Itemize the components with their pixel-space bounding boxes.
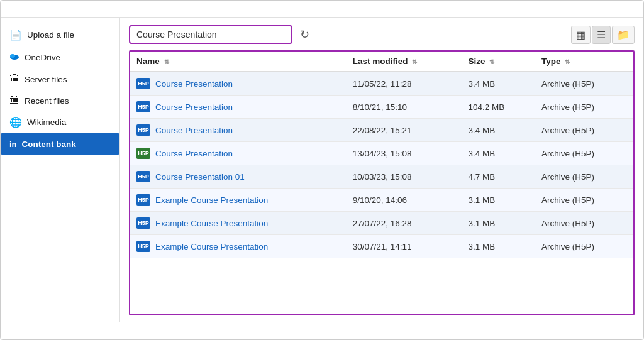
file-modified: 11/05/22, 11:28 <box>347 72 462 96</box>
file-size: 3.1 MB <box>462 235 535 258</box>
sort-size-icon: ⇅ <box>489 58 494 65</box>
file-name-text: Example Course Presentation <box>155 219 268 228</box>
file-name-cell: H5PCourse Presentation 01 <box>130 165 347 189</box>
sort-name-icon: ⇅ <box>164 58 169 65</box>
file-name-text: Example Course Presentation <box>155 195 268 205</box>
sidebar-item-server-files[interactable]: 🏛Server files <box>1 69 119 90</box>
sidebar-item-upload[interactable]: 📄Upload a file <box>1 24 119 46</box>
file-type: Archive (H5P) <box>535 189 633 212</box>
sidebar-item-label-recent-files: Recent files <box>25 96 69 106</box>
main-content: ↻ ▦ ☰ 📁 Name ⇅ Last modified ⇅ Size ⇅ Ty <box>120 18 643 322</box>
col-type: Type ⇅ <box>535 52 633 72</box>
table-header-row: Name ⇅ Last modified ⇅ Size ⇅ Type ⇅ <box>130 52 633 72</box>
file-name-link[interactable]: H5PCourse Presentation <box>136 100 340 114</box>
sidebar-item-label-wikimedia: Wikimedia <box>27 118 66 127</box>
file-name-text: Course Presentation <box>155 79 233 89</box>
file-name-link[interactable]: H5PExample Course Presentation <box>136 239 340 253</box>
table-row[interactable]: H5PCourse Presentation22/08/22, 15:213.4… <box>130 119 633 142</box>
file-name-cell: H5PCourse Presentation <box>130 72 347 96</box>
file-type: Archive (H5P) <box>535 165 633 189</box>
view-grid-button[interactable]: ▦ <box>571 26 591 44</box>
search-input[interactable] <box>129 25 292 44</box>
file-size: 3.4 MB <box>462 72 535 96</box>
table-row[interactable]: H5PCourse Presentation8/10/21, 15:10104.… <box>130 96 633 119</box>
refresh-button[interactable]: ↻ <box>297 25 312 44</box>
file-size: 3.1 MB <box>462 212 535 235</box>
table-row[interactable]: H5PCourse Presentation13/04/23, 15:083.4… <box>130 142 633 165</box>
file-table-wrapper: Name ⇅ Last modified ⇅ Size ⇅ Type ⇅ H5P… <box>129 50 635 315</box>
file-type-icon: H5P <box>136 100 150 114</box>
file-name-text: Example Course Presentation <box>155 242 268 251</box>
wikimedia-icon: 🌐 <box>9 116 22 128</box>
file-name-cell: H5PExample Course Presentation <box>130 189 347 212</box>
col-name: Name ⇅ <box>130 52 347 72</box>
recent-files-icon: 🏛 <box>9 95 19 106</box>
sidebar-item-onedrive[interactable]: OneDrive <box>1 46 119 69</box>
upload-icon: 📄 <box>9 29 22 41</box>
file-name-link[interactable]: H5PCourse Presentation <box>136 146 340 160</box>
file-name-link[interactable]: H5PCourse Presentation <box>136 123 340 137</box>
sidebar: 📄Upload a fileOneDrive🏛Server files🏛Rece… <box>1 18 120 322</box>
sidebar-item-wikimedia[interactable]: 🌐Wikimedia <box>1 111 119 133</box>
file-modified: 8/10/21, 15:10 <box>347 96 462 119</box>
file-name-cell: H5PCourse Presentation <box>130 142 347 165</box>
file-name-text: Course Presentation 01 <box>155 172 245 182</box>
file-name-text: Course Presentation <box>155 126 233 135</box>
table-row[interactable]: H5PExample Course Presentation27/07/22, … <box>130 212 633 235</box>
file-modified: 10/03/23, 15:08 <box>347 165 462 189</box>
sidebar-item-label-content-bank: Content bank <box>22 140 76 149</box>
file-type-icon: H5P <box>136 239 150 253</box>
sidebar-item-label-upload: Upload a file <box>27 30 74 40</box>
file-modified: 27/07/22, 16:28 <box>347 212 462 235</box>
file-table: Name ⇅ Last modified ⇅ Size ⇅ Type ⇅ H5P… <box>130 52 633 258</box>
file-type: Archive (H5P) <box>535 72 633 96</box>
file-type-icon: H5P <box>136 170 150 184</box>
file-name-link[interactable]: H5PCourse Presentation <box>136 77 340 90</box>
file-type-icon: H5P <box>136 146 150 160</box>
file-size: 3.4 MB <box>462 142 535 165</box>
file-size: 4.7 MB <box>462 165 535 189</box>
sidebar-item-label-server-files: Server files <box>25 75 67 84</box>
file-modified: 13/04/23, 15:08 <box>347 142 462 165</box>
sidebar-item-content-bank[interactable]: inContent bank <box>1 133 119 155</box>
file-type: Archive (H5P) <box>535 212 633 235</box>
file-name-link[interactable]: H5PCourse Presentation 01 <box>136 170 340 184</box>
file-type-icon: H5P <box>136 193 150 207</box>
file-modified: 30/07/21, 14:11 <box>347 235 462 258</box>
table-row[interactable]: H5PExample Course Presentation30/07/21, … <box>130 235 633 258</box>
file-name-text: Course Presentation <box>155 102 233 112</box>
sort-modified-icon: ⇅ <box>412 58 417 65</box>
file-modified: 22/08/22, 15:21 <box>347 119 462 142</box>
col-modified: Last modified ⇅ <box>347 52 462 72</box>
table-row[interactable]: H5PCourse Presentation11/05/22, 11:283.4… <box>130 72 633 96</box>
file-size: 104.2 MB <box>462 96 535 119</box>
file-name-cell: H5PExample Course Presentation <box>130 212 347 235</box>
file-type: Archive (H5P) <box>535 119 633 142</box>
svg-point-1 <box>10 54 15 58</box>
server-files-icon: 🏛 <box>9 74 19 85</box>
table-row[interactable]: H5PExample Course Presentation9/10/20, 1… <box>130 189 633 212</box>
file-name-link[interactable]: H5PExample Course Presentation <box>136 216 340 230</box>
file-modified: 9/10/20, 14:06 <box>347 189 462 212</box>
dialog-header <box>1 1 643 18</box>
table-row[interactable]: H5PCourse Presentation 0110/03/23, 15:08… <box>130 165 633 189</box>
file-type: Archive (H5P) <box>535 142 633 165</box>
file-name-cell: H5PExample Course Presentation <box>130 235 347 258</box>
file-name-link[interactable]: H5PExample Course Presentation <box>136 193 340 207</box>
file-size: 3.1 MB <box>462 189 535 212</box>
content-bank-icon: in <box>9 138 17 150</box>
view-toggle-group: ▦ ☰ 📁 <box>571 26 635 44</box>
file-type: Archive (H5P) <box>535 235 633 258</box>
sort-type-icon: ⇅ <box>565 58 570 65</box>
file-picker-dialog: 📄Upload a fileOneDrive🏛Server files🏛Rece… <box>0 0 644 340</box>
onedrive-icon <box>9 51 19 63</box>
col-size: Size ⇅ <box>462 52 535 72</box>
sidebar-item-recent-files[interactable]: 🏛Recent files <box>1 90 119 111</box>
view-list-button[interactable]: ☰ <box>592 26 611 44</box>
view-folder-button[interactable]: 📁 <box>612 26 635 44</box>
file-name-cell: H5PCourse Presentation <box>130 96 347 119</box>
file-size: 3.4 MB <box>462 119 535 142</box>
sidebar-item-label-onedrive: OneDrive <box>25 53 60 62</box>
file-type-icon: H5P <box>136 216 150 230</box>
dialog-body: 📄Upload a fileOneDrive🏛Server files🏛Rece… <box>1 18 643 322</box>
